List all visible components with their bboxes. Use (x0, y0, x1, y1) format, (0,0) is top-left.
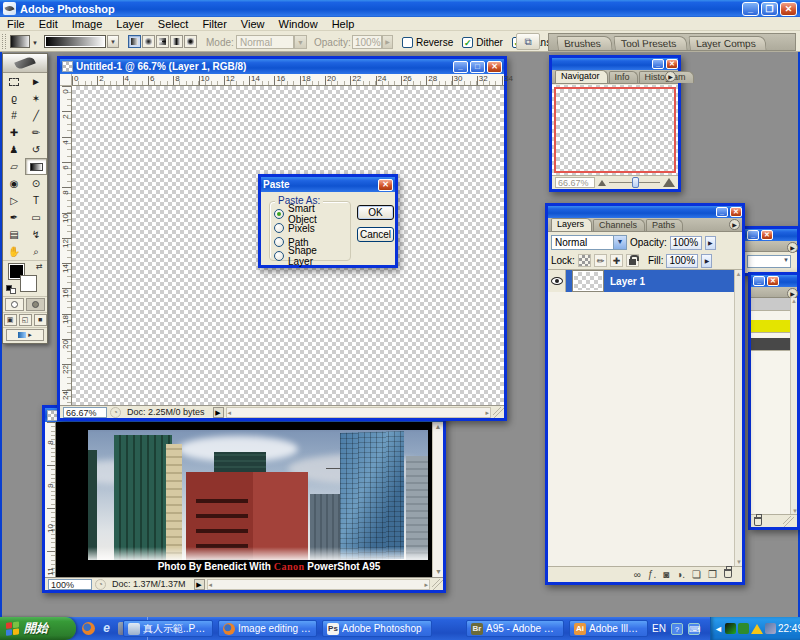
doc-minimize-button[interactable]: _ (453, 61, 468, 73)
quick-mask-mode-button[interactable] (26, 298, 45, 311)
navigator-view-box[interactable] (554, 87, 676, 173)
minimize-button[interactable]: _ (742, 2, 759, 16)
zoom-field[interactable]: 66.67% (63, 407, 107, 418)
menu-filter[interactable]: Filter (195, 17, 233, 31)
linear-gradient-button[interactable] (128, 35, 141, 48)
photo-resize-grip[interactable] (432, 579, 443, 590)
tray-chevron-icon[interactable]: ◄ (714, 622, 723, 636)
dodge-tool[interactable]: ⊙ (25, 175, 47, 192)
style-swatch-dark[interactable] (751, 338, 790, 351)
clone-stamp-tool[interactable]: ♟ (3, 141, 25, 158)
hand-tool[interactable]: ✋ (3, 243, 25, 260)
palette-minimize-button[interactable]: _ (716, 207, 728, 217)
messenger-tray-icon[interactable] (725, 623, 736, 634)
doc-maximize-button[interactable]: □ (470, 61, 485, 73)
fill-slider-arrow[interactable]: ▶ (701, 254, 712, 268)
crop-tool[interactable]: # (3, 107, 25, 124)
menu-image[interactable]: Image (65, 17, 110, 31)
keyboard-icon[interactable]: ⌨ (688, 623, 700, 635)
standard-mode-button[interactable] (5, 298, 24, 311)
cancel-button[interactable]: Cancel (357, 227, 394, 242)
layer-name[interactable]: Layer 1 (610, 276, 645, 287)
antivirus-tray-icon[interactable] (738, 623, 749, 634)
navigator-zoom-field[interactable]: 66.67% (555, 177, 595, 188)
start-button[interactable]: 開始 (0, 617, 76, 640)
paste-option-smart-object[interactable]: Smart Object (274, 207, 337, 221)
gradient-picker-arrow-icon[interactable]: ▼ (107, 35, 119, 48)
menu-window[interactable]: Window (272, 17, 325, 31)
status-menu-arrow[interactable]: ▶ (213, 407, 224, 418)
pen-tool[interactable]: ✒ (3, 209, 25, 226)
layer-mask-icon[interactable]: ◙ (663, 569, 669, 580)
default-colors-icon[interactable] (6, 285, 17, 294)
palette-close-button[interactable]: ✕ (761, 230, 773, 240)
tab-menu-button[interactable]: ▶ (729, 219, 740, 230)
style-swatch-gray[interactable] (751, 298, 790, 311)
new-layer-icon[interactable]: ❐ (708, 569, 717, 580)
horiz-scrollbar[interactable]: ◂▸ (226, 407, 491, 418)
language-indicator[interactable]: EN (652, 623, 666, 634)
palette-well-tab-brushes[interactable]: Brushes (556, 36, 612, 50)
layer-list-scrollbar[interactable]: ▲▼ (734, 270, 742, 566)
palette-well-tab-layer-comps[interactable]: Layer Comps (688, 36, 767, 50)
lock-all-icon[interactable] (626, 254, 639, 267)
blend-mode-dropdown[interactable]: Normal▼ (551, 235, 627, 250)
options-bar-grip[interactable] (2, 34, 6, 49)
history-brush-tool[interactable]: ↺ (25, 141, 47, 158)
fullscreen-button[interactable]: ■ (34, 314, 47, 326)
task-a95-adobe-bridge[interactable]: BrA95 - Adobe Bridge (466, 620, 564, 637)
lock-transparency-icon[interactable] (578, 254, 591, 267)
zoom-slider-track[interactable] (609, 182, 660, 183)
tab-navigator[interactable]: Navigator (555, 70, 608, 83)
brush-tool[interactable]: ✏ (25, 124, 47, 141)
toolbox-header[interactable] (3, 54, 47, 73)
radio-smart-object[interactable] (274, 209, 284, 219)
visibility-cell[interactable] (548, 270, 566, 292)
palette-resize-grip[interactable] (783, 516, 794, 527)
styles-scrollbar[interactable]: ▲▼ (790, 298, 797, 514)
swap-colors-icon[interactable]: ⇄ (36, 262, 43, 271)
palette-minimize-button[interactable]: _ (753, 276, 765, 286)
ok-button[interactable]: OK (357, 205, 394, 220)
photo-horiz-scrollbar[interactable]: ◂▸ (207, 579, 430, 590)
magic-wand-tool[interactable]: ✶ (25, 90, 47, 107)
zoom-in-icon[interactable] (663, 178, 675, 187)
firefox-icon[interactable] (82, 622, 95, 635)
path-selection-tool[interactable]: ▷ (3, 192, 25, 209)
tab-layers[interactable]: Layers (551, 218, 592, 231)
menu-help[interactable]: Help (325, 17, 362, 31)
palette-well-tab-tool-presets[interactable]: Tool Presets (613, 36, 688, 50)
opacity-arrow-icon[interactable]: ▶ (382, 35, 393, 49)
lock-paint-icon[interactable]: ✏ (594, 254, 607, 267)
photo-zoom-field[interactable]: 100% (48, 579, 92, 590)
styles-palette-titlebar[interactable]: _✕ (751, 275, 797, 287)
fullscreen-menubar-button[interactable]: ◱ (19, 314, 32, 326)
close-button[interactable]: ✕ (780, 2, 797, 16)
palette-close-button[interactable]: ✕ (767, 276, 779, 286)
menu-view[interactable]: View (234, 17, 272, 31)
help-icon[interactable]: ? (671, 623, 683, 635)
delete-layer-icon[interactable] (724, 569, 732, 580)
layer-group-icon[interactable]: ❏ (692, 569, 701, 580)
tool-preset-arrow-icon[interactable]: ▼ (32, 40, 38, 46)
eyedropper-tool[interactable]: ↯ (25, 226, 47, 243)
checkbox-box-dither[interactable]: ✓ (462, 37, 473, 48)
zoom-out-icon[interactable] (598, 180, 606, 186)
checkbox-box-reverse[interactable] (402, 37, 413, 48)
photo-canvas[interactable]: Photo By Benedict With Canon PowerShot A… (56, 422, 432, 577)
zoom-slider-thumb[interactable] (632, 177, 639, 188)
mode-dropdown[interactable]: Normal (236, 35, 294, 49)
gradient-preview[interactable] (44, 35, 106, 48)
task-image-editing-tools-for[interactable]: Image editing tools for... (218, 620, 317, 637)
layer-style-icon[interactable]: ƒ. (648, 569, 656, 580)
layers-titlebar[interactable]: _✕ (548, 206, 742, 218)
doc-close-button[interactable]: ✕ (487, 61, 502, 73)
move-tool[interactable]: ► (25, 73, 47, 90)
checkbox-reverse[interactable]: Reverse (402, 37, 453, 48)
type-tool[interactable]: T (25, 192, 47, 209)
color-palette-titlebar[interactable]: _✕ (745, 229, 797, 241)
untitled-document-titlebar[interactable]: Untitled-1 @ 66.7% (Layer 1, RGB/8) _ □ … (60, 59, 504, 74)
radio-shape-layer[interactable] (274, 251, 284, 261)
radio-pixels[interactable] (274, 223, 284, 233)
eraser-tool[interactable]: ▱ (3, 158, 25, 175)
